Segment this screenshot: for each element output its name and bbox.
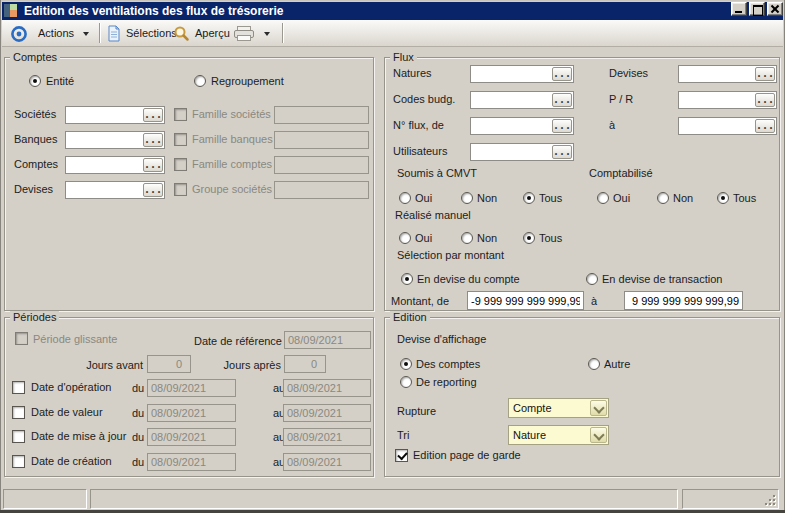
p-r-browse-button[interactable]: ... <box>755 93 775 107</box>
periode-glissante-checkbox[interactable] <box>15 332 28 345</box>
printer-icon[interactable] <box>233 25 255 42</box>
date-creation-label[interactable]: Date de création <box>31 455 112 467</box>
montant-de-input[interactable] <box>468 292 583 309</box>
actions-button[interactable]: Actions <box>38 27 74 39</box>
soumis-non-label[interactable]: Non <box>477 192 497 204</box>
magnifier-icon[interactable] <box>173 25 190 42</box>
edition-page-garde-label[interactable]: Edition page de garde <box>413 449 521 461</box>
date-operation-label[interactable]: Date d'opération <box>31 381 111 393</box>
comptabilise-tous-radio[interactable] <box>717 192 729 204</box>
toolbar-separator <box>99 23 100 43</box>
radio-regroupement[interactable] <box>194 75 206 87</box>
num-flux-de-field: ... <box>470 117 574 135</box>
banques-label: Banques <box>14 133 57 145</box>
societes-browse-button[interactable]: ... <box>143 108 163 122</box>
date-creation-checkbox[interactable] <box>12 455 25 468</box>
edition-page-garde-checkbox[interactable] <box>395 449 408 462</box>
codes-budg-browse-button[interactable]: ... <box>552 93 572 107</box>
rupture-dropdown-icon[interactable] <box>590 400 607 416</box>
realise-non-radio[interactable] <box>461 232 473 244</box>
comptabilise-tous-label[interactable]: Tous <box>733 192 756 204</box>
famille-comptes-checkbox[interactable] <box>174 158 187 171</box>
devise-compte-radio[interactable] <box>401 273 413 285</box>
tri-dropdown-icon[interactable] <box>590 427 607 443</box>
comptes-browse-button[interactable]: ... <box>143 158 163 172</box>
de-reporting-radio[interactable] <box>400 376 412 388</box>
banques-browse-button[interactable]: ... <box>143 133 163 147</box>
target-icon[interactable] <box>10 25 28 43</box>
radio-regroupement-label[interactable]: Regroupement <box>211 75 284 87</box>
autre-radio[interactable] <box>588 358 600 370</box>
apercu-button[interactable]: Aperçu <box>195 27 230 39</box>
jours-apres-field: 0 <box>284 355 326 373</box>
montant-de-label: Montant, de <box>391 295 449 307</box>
devise-compte-label[interactable]: En devise du compte <box>417 273 520 285</box>
flux-devises-browse-button[interactable]: ... <box>755 67 775 81</box>
num-flux-a-label: à <box>609 119 615 131</box>
famille-banques-checkbox[interactable] <box>174 133 187 146</box>
date-mise-a-jour-du-label: du <box>132 431 144 443</box>
flux-devises-field: ... <box>678 65 777 83</box>
soumis-tous-label[interactable]: Tous <box>539 192 562 204</box>
comptabilise-oui-label[interactable]: Oui <box>613 192 630 204</box>
soumis-tous-radio[interactable] <box>523 192 535 204</box>
famille-societes-checkbox[interactable] <box>174 108 187 121</box>
devises-browse-button[interactable]: ... <box>143 183 163 197</box>
num-flux-de-browse-button[interactable]: ... <box>552 119 572 133</box>
societes-label: Sociétés <box>14 108 56 120</box>
date-valeur-label[interactable]: Date de valeur <box>31 406 103 418</box>
radio-entite-label[interactable]: Entité <box>46 75 74 87</box>
groupe-societes-checkbox[interactable] <box>174 183 187 196</box>
date-mise-a-jour-checkbox[interactable] <box>12 430 25 443</box>
date-mise-a-jour-label[interactable]: Date de mise à jour <box>31 430 126 442</box>
famille-societes-label: Famille sociétés <box>192 108 271 120</box>
num-flux-a-browse-button[interactable]: ... <box>755 119 775 133</box>
jours-apres-label: Jours après <box>219 359 281 371</box>
comptabilise-non-label[interactable]: Non <box>673 192 693 204</box>
date-creation-du-label: du <box>132 456 144 468</box>
famille-comptes-label: Famille comptes <box>192 158 272 170</box>
de-reporting-label[interactable]: De reporting <box>416 376 477 388</box>
document-icon[interactable] <box>106 25 122 42</box>
devise-transaction-radio[interactable] <box>586 273 598 285</box>
famille-banques-field <box>274 131 369 149</box>
natures-browse-button[interactable]: ... <box>552 67 572 81</box>
print-dropdown-arrow-icon[interactable] <box>264 32 270 36</box>
realise-non-label[interactable]: Non <box>477 232 497 244</box>
group-edition-label: Edition <box>390 311 430 323</box>
des-comptes-label[interactable]: Des comptes <box>416 358 480 370</box>
realise-tous-radio[interactable] <box>523 232 535 244</box>
soumis-non-radio[interactable] <box>461 192 473 204</box>
realise-oui-label[interactable]: Oui <box>415 232 432 244</box>
montant-a-input[interactable] <box>625 292 742 309</box>
actions-dropdown-arrow-icon[interactable] <box>83 32 89 36</box>
maximize-icon[interactable] <box>749 2 765 16</box>
selections-button[interactable]: Sélections <box>126 27 177 39</box>
p-r-field: ... <box>678 91 777 109</box>
tri-select[interactable]: Nature <box>508 425 609 445</box>
comptabilise-oui-radio[interactable] <box>597 192 609 204</box>
group-comptes-label: Comptes <box>10 51 60 63</box>
date-operation-checkbox[interactable] <box>12 381 25 394</box>
comptabilise-non-radio[interactable] <box>657 192 669 204</box>
comptes-field: ... <box>65 156 165 174</box>
des-comptes-radio[interactable] <box>400 358 412 370</box>
devises-field: ... <box>65 181 165 199</box>
resize-grip[interactable] <box>763 493 777 507</box>
p-r-label: P / R <box>609 93 633 105</box>
group-periodes-label: Périodes <box>10 311 59 323</box>
realise-oui-radio[interactable] <box>399 232 411 244</box>
date-valeur-checkbox[interactable] <box>12 406 25 419</box>
close-icon[interactable] <box>767 2 783 16</box>
devise-transaction-label[interactable]: En devise de transaction <box>602 273 722 285</box>
rupture-select[interactable]: Compte <box>508 398 609 418</box>
realise-tous-label[interactable]: Tous <box>539 232 562 244</box>
soumis-oui-label[interactable]: Oui <box>415 192 432 204</box>
radio-entite[interactable] <box>29 75 41 87</box>
window-controls <box>729 2 783 16</box>
window: Edition des ventilations des flux de tré… <box>0 0 785 513</box>
minimize-icon[interactable] <box>731 2 747 16</box>
utilisateurs-browse-button[interactable]: ... <box>552 145 572 159</box>
autre-label[interactable]: Autre <box>604 358 630 370</box>
soumis-oui-radio[interactable] <box>399 192 411 204</box>
